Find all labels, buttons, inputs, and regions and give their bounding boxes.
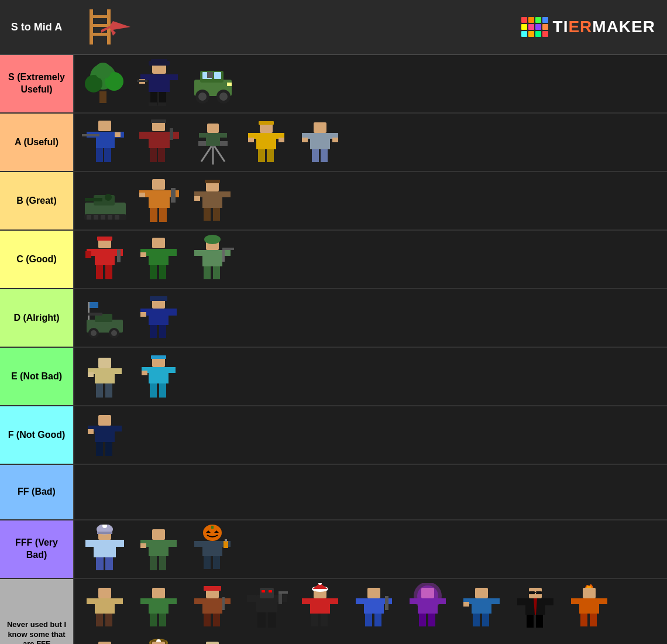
list-item xyxy=(133,174,185,227)
svg-rect-210 xyxy=(204,614,211,626)
svg-rect-111 xyxy=(149,249,169,265)
svg-rect-285 xyxy=(206,642,219,645)
svg-rect-251 xyxy=(473,614,480,626)
heavy-gunner-icon xyxy=(136,176,183,226)
svg-rect-14 xyxy=(149,74,170,92)
svg-point-10 xyxy=(95,63,111,79)
svg-rect-173 xyxy=(105,557,113,570)
svg-rect-80 xyxy=(94,215,98,220)
tier-row-fff: FFF (Very Bad) xyxy=(0,520,667,579)
svg-rect-64 xyxy=(279,138,284,142)
list-item xyxy=(133,292,185,344)
military-jeep-icon xyxy=(190,59,236,109)
svg-rect-107 xyxy=(85,251,91,258)
svg-rect-147 xyxy=(88,372,94,377)
svg-rect-158 xyxy=(98,415,111,426)
cyan-soldier-icon xyxy=(136,352,183,402)
logo-cell xyxy=(528,24,534,30)
svg-rect-156 xyxy=(150,383,157,398)
svg-line-50 xyxy=(213,144,225,162)
svg-rect-203 xyxy=(159,614,166,626)
svg-rect-243 xyxy=(438,598,446,604)
svg-rect-188 xyxy=(224,541,228,548)
svg-rect-144 xyxy=(95,368,115,383)
svg-rect-172 xyxy=(96,557,104,570)
svg-rect-59 xyxy=(259,121,274,125)
svg-rect-226 xyxy=(310,598,330,614)
list-item xyxy=(133,233,185,286)
svg-rect-48 xyxy=(158,148,165,162)
svg-rect-95 xyxy=(202,191,222,208)
list-item xyxy=(187,523,239,576)
navy-soldier-icon xyxy=(82,410,129,460)
svg-rect-229 xyxy=(311,614,318,626)
svg-rect-202 xyxy=(150,614,157,626)
black-suit-icon xyxy=(513,583,559,633)
svg-rect-266 xyxy=(599,598,607,604)
list-item xyxy=(240,635,293,644)
header-image-icon xyxy=(78,4,136,50)
svg-line-49 xyxy=(201,144,213,162)
svg-rect-73 xyxy=(312,149,319,162)
list-item xyxy=(79,523,132,576)
tan-basic-icon xyxy=(82,583,129,633)
svg-rect-194 xyxy=(87,598,95,604)
svg-rect-103 xyxy=(95,249,115,265)
list-item xyxy=(133,350,185,403)
svg-rect-179 xyxy=(150,556,157,570)
svg-rect-74 xyxy=(321,149,328,162)
grey-soldier-icon xyxy=(297,118,344,167)
svg-rect-140 xyxy=(140,312,146,317)
svg-rect-261 xyxy=(527,615,534,628)
list-item xyxy=(133,581,185,634)
tank-unit-icon xyxy=(82,176,129,226)
svg-rect-134 xyxy=(88,313,102,316)
svg-rect-119 xyxy=(202,250,222,266)
svg-rect-254 xyxy=(529,591,535,594)
svg-rect-233 xyxy=(356,598,364,604)
tripod-gunner-icon xyxy=(190,118,236,167)
svg-rect-186 xyxy=(194,541,202,547)
logo-cell xyxy=(535,17,541,23)
tier-content-never xyxy=(73,579,667,644)
red-hat-icon xyxy=(190,583,236,633)
svg-rect-4 xyxy=(90,33,111,36)
svg-point-131 xyxy=(91,330,97,336)
svg-rect-68 xyxy=(310,133,330,149)
list-item xyxy=(187,116,239,169)
list-item xyxy=(187,233,239,286)
svg-point-30 xyxy=(219,93,228,101)
svg-rect-114 xyxy=(140,252,146,257)
tan-soldier-icon xyxy=(82,352,129,402)
svg-rect-268 xyxy=(590,614,597,626)
svg-rect-56 xyxy=(199,133,206,138)
list-item xyxy=(79,233,132,286)
svg-rect-108 xyxy=(96,265,103,279)
list-item xyxy=(563,581,616,634)
svg-rect-83 xyxy=(115,215,119,220)
header-title-text: S to Mid A xyxy=(11,21,62,33)
svg-rect-92 xyxy=(159,208,167,222)
green-basic-icon xyxy=(136,583,183,633)
tier-content-f xyxy=(73,406,667,464)
svg-rect-205 xyxy=(204,586,221,591)
svg-rect-60 xyxy=(256,133,276,149)
sniper-green-icon xyxy=(190,235,236,285)
tier-row-d: D (Alright) xyxy=(0,289,667,348)
list-item xyxy=(187,57,239,110)
svg-rect-174 xyxy=(152,529,165,540)
list-item xyxy=(133,635,185,644)
logo-cell xyxy=(542,17,548,23)
header-label: S to Mid A xyxy=(0,0,73,54)
svg-point-133 xyxy=(111,330,117,336)
svg-rect-32 xyxy=(207,72,213,78)
svg-rect-221 xyxy=(279,591,288,594)
svg-rect-265 xyxy=(571,598,579,604)
svg-rect-98 xyxy=(194,196,200,201)
svg-rect-44 xyxy=(139,132,149,139)
svg-rect-167 xyxy=(97,532,112,534)
list-item xyxy=(187,174,239,227)
list-item xyxy=(79,635,132,644)
tier-label-d: D (Alright) xyxy=(0,289,73,347)
svg-rect-97 xyxy=(222,191,231,197)
